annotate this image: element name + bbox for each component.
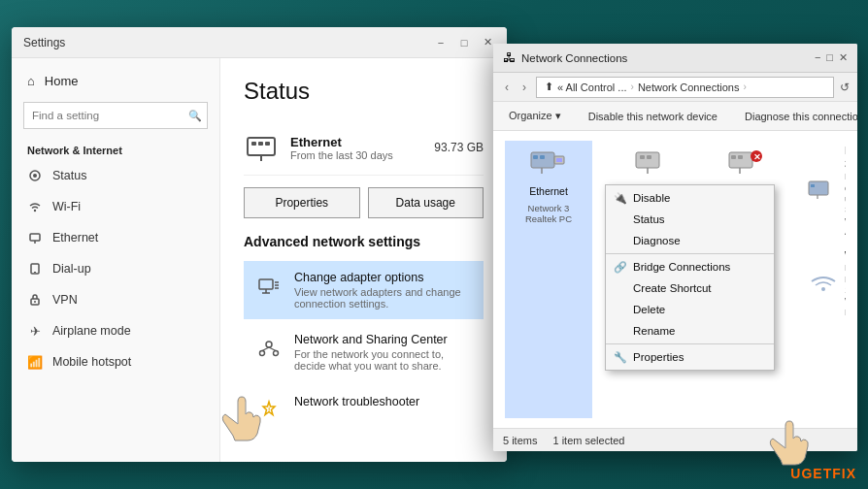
sidebar-item-dialup[interactable]: Dial-up [12, 253, 219, 284]
main-content: Status Ethernet From the last 30 days 93… [220, 58, 507, 462]
wintunshark-adapter-icon: ✕ [723, 147, 770, 181]
wifi-icon [27, 199, 43, 214]
svg-point-1 [33, 174, 37, 178]
ctx-diagnose[interactable]: Diagnose [606, 230, 774, 251]
svg-rect-35 [640, 155, 645, 159]
svg-point-21 [260, 351, 265, 356]
ctx-delete[interactable]: Delete [606, 299, 774, 320]
ctx-disable-label: Disable [633, 192, 670, 204]
minimize-button[interactable]: − [433, 35, 449, 50]
settings-title-bar: Settings − □ ✕ [12, 27, 507, 58]
ctx-status-label: Status [633, 213, 665, 225]
sidebar: ⌂ Home 🔍 Network & Internet Status Wi-Fi [12, 58, 220, 462]
svg-rect-29 [533, 155, 538, 159]
network-item-wifi3[interactable]: Wi-Fi 3 Fi 3LINK 150Mbps Wireless N [802, 245, 846, 322]
ctx-shortcut[interactable]: Create Shortcut [606, 277, 774, 299]
svg-point-47 [821, 287, 825, 291]
ctx-delete-label: Delete [633, 304, 665, 315]
data-usage-button[interactable]: Data usage [368, 187, 484, 218]
sidebar-section-title: Network & Internet [12, 135, 219, 160]
dialup-icon [27, 261, 43, 277]
svg-text:✕: ✕ [753, 152, 761, 162]
addr-path-current: Network Connections [638, 82, 740, 93]
ctx-status[interactable]: Status [606, 209, 774, 230]
svg-rect-3 [30, 234, 40, 241]
statusbar-items: 5 items [503, 435, 537, 446]
svg-rect-44 [809, 181, 828, 195]
wifi3-adapter-status: Fi 3LINK 150Mbps Wireless N [845, 262, 846, 317]
svg-rect-28 [531, 152, 554, 168]
svg-point-20 [266, 342, 272, 347]
svg-rect-34 [636, 152, 659, 168]
ctx-bridge[interactable]: 🔗 Bridge Connections [606, 256, 774, 277]
address-bar: ‹ › ⬆ « All Control ... › Network Connec… [493, 73, 857, 102]
diagnose-connection-button[interactable]: Diagnose this connection [737, 109, 857, 124]
svg-rect-39 [731, 155, 736, 159]
diagnose-label: Diagnose this connection [745, 111, 857, 122]
disable-device-button[interactable]: Disable this network device [581, 109, 725, 124]
ethernet-card: Ethernet From the last 30 days 93.73 GB [244, 120, 484, 176]
ethernet-card-name: Ethernet [290, 135, 434, 149]
sidebar-item-ethernet[interactable]: Ethernet [12, 222, 219, 253]
sidebar-item-wifi[interactable]: Wi-Fi [12, 191, 219, 222]
watermark-suffix: FIX [832, 466, 856, 481]
ctx-disable[interactable]: 🔌 Disable [606, 187, 774, 209]
settings-item-change-adapter[interactable]: Change adapter options View network adap… [244, 261, 484, 319]
ethernet-sidebar-icon [27, 230, 43, 245]
network-statusbar: 5 items 1 item selected [493, 428, 857, 451]
network-items-area: Ethernet Network 3Realtek PC IKEv2-Sur..… [493, 131, 857, 428]
address-path[interactable]: ⬆ « All Control ... › Network Connection… [536, 77, 834, 98]
network-item-ethernet[interactable]: Ethernet Network 3Realtek PC [505, 141, 592, 418]
change-adapter-icon [255, 273, 283, 300]
sidebar-item-status-label: Status [52, 169, 86, 182]
network-title-bar: 🖧 Network Connections − □ ✕ [493, 44, 857, 73]
context-menu: 🔌 Disable Status Diagnose 🔗 Bridge Conne… [605, 184, 775, 371]
ethernet-btn-row: Properties Data usage [244, 187, 484, 218]
organize-button[interactable]: Organize ▾ [501, 108, 569, 124]
ctx-rename[interactable]: Rename [606, 320, 774, 342]
airplane-icon: ✈ [27, 323, 43, 339]
search-input[interactable] [23, 102, 208, 129]
sidebar-item-airplane-label: Airplane mode [52, 324, 131, 338]
back-button[interactable]: ‹ [501, 79, 513, 96]
addr-arrow-icon: ⬆ [545, 81, 553, 93]
advanced-section-heading: Advanced network settings [244, 234, 484, 249]
ctx-diagnose-label: Diagnose [633, 235, 681, 246]
forward-button[interactable]: › [518, 79, 530, 96]
ctx-properties[interactable]: 🔧 Properties [606, 346, 774, 368]
sidebar-item-status[interactable]: Status [12, 160, 219, 191]
path-separator: › [631, 82, 634, 92]
maximize-button[interactable]: □ [456, 35, 472, 50]
network-close-button[interactable]: ✕ [839, 51, 848, 64]
settings-item-sharing-center[interactable]: Network and Sharing Center For the netwo… [244, 323, 484, 381]
ethernet3-adapter-status: Network cable unpluggedSurfshark Windows… [845, 171, 846, 237]
svg-line-23 [262, 347, 269, 351]
refresh-button[interactable]: ↺ [840, 81, 850, 94]
properties-ctx-icon: 🔧 [614, 351, 627, 364]
svg-rect-40 [738, 155, 743, 159]
watermark-highlight: ET [813, 466, 832, 481]
network-minimize-button[interactable]: − [815, 51, 820, 64]
sharing-center-desc: For the network you connect to, decide w… [294, 348, 472, 372]
home-icon: ⌂ [27, 74, 35, 88]
status-icon [27, 168, 43, 183]
sidebar-item-dialup-label: Dial-up [52, 262, 91, 276]
sidebar-item-vpn[interactable]: VPN [12, 284, 219, 315]
ctx-separator-2 [606, 343, 774, 344]
title-bar-controls: − □ ✕ [433, 35, 495, 50]
svg-rect-36 [647, 155, 651, 159]
network-item-ethernet3[interactable]: Ethernet 3 Network cable unpluggedSurfsh… [802, 141, 846, 242]
sidebar-home[interactable]: ⌂ Home [12, 66, 219, 96]
svg-rect-14 [259, 279, 273, 289]
network-window-icon: 🖧 [503, 50, 516, 65]
svg-rect-45 [811, 184, 815, 187]
properties-button[interactable]: Properties [244, 187, 360, 218]
ctx-properties-label: Properties [633, 351, 684, 363]
ethernet-card-icon [244, 130, 279, 165]
search-box: 🔍 [23, 102, 208, 129]
sidebar-item-airplane[interactable]: ✈ Airplane mode [12, 315, 219, 346]
network-maximize-button[interactable]: □ [826, 51, 833, 64]
sidebar-item-hotspot[interactable]: 📶 Mobile hotspot [12, 346, 219, 377]
settings-item-troubleshooter[interactable]: ! Network troubleshooter [244, 385, 484, 434]
ethernet3-adapter-icon [808, 179, 839, 203]
